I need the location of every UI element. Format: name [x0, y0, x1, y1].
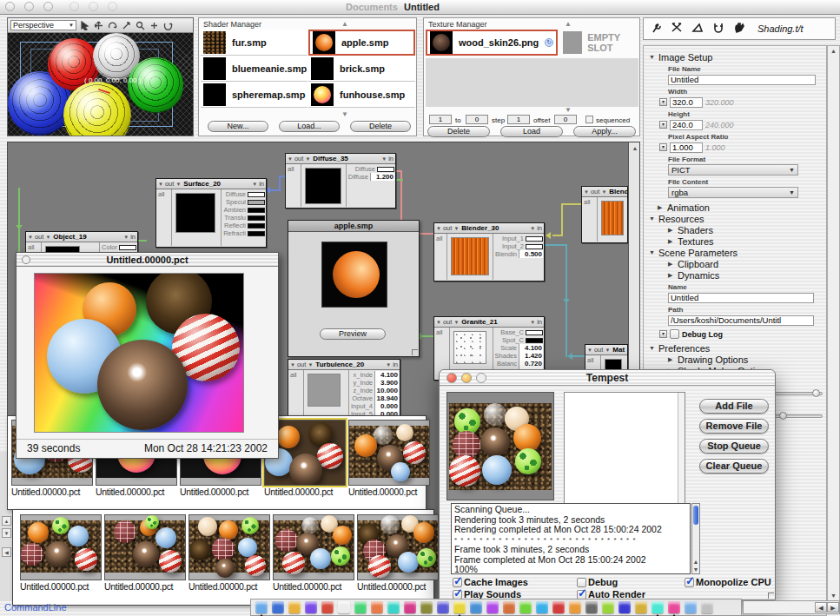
dock-icon[interactable] — [585, 601, 598, 613]
scroll-down-icon[interactable]: ▼ — [692, 566, 699, 573]
section-clipboard[interactable]: ▶Clipboard — [668, 258, 823, 269]
dock-icon[interactable] — [602, 601, 614, 613]
dock-icon[interactable] — [503, 601, 515, 613]
image-browser-window[interactable]: Untitled.00000.pct Untitled.00000.pct Un… — [12, 509, 434, 606]
close-button[interactable] — [5, 2, 15, 11]
thumbnail-image[interactable] — [104, 514, 186, 580]
thumbnail-image[interactable] — [273, 514, 354, 580]
animate-toggle-icon[interactable]: ▾ — [659, 143, 667, 151]
section-dynamics[interactable]: ▶Dynamics — [668, 269, 823, 281]
window-titlebar[interactable]: Documents Untitled — [0, 0, 840, 15]
dock-icon[interactable] — [668, 601, 680, 613]
section-shaders[interactable]: ▶Shaders — [668, 224, 823, 235]
minimize-button[interactable] — [24, 2, 34, 11]
range-from-field[interactable] — [429, 115, 452, 124]
dock[interactable] — [250, 599, 742, 616]
dock-icon[interactable] — [371, 601, 383, 613]
close-icon[interactable] — [446, 373, 457, 383]
dock-icon[interactable] — [651, 601, 664, 613]
resize-grip[interactable] — [412, 349, 418, 355]
pan-icon[interactable] — [149, 20, 160, 31]
window-titlebar[interactable]: Tempest — [440, 370, 775, 386]
delete-button[interactable]: Delete — [427, 126, 490, 137]
render-result-window[interactable]: Untitled.00000.pct 39 seconds Mon Oct 28… — [16, 252, 279, 459]
delete-button[interactable]: Delete — [350, 121, 411, 132]
section-animation[interactable]: ▶Animation — [658, 202, 823, 213]
dock-icon[interactable] — [536, 601, 548, 613]
select-cursor-icon[interactable] — [79, 20, 90, 31]
height-field[interactable] — [670, 120, 703, 130]
dock-icon[interactable] — [288, 601, 301, 613]
shader-item[interactable]: funhouse.smp — [308, 82, 415, 108]
thumbnail-image[interactable] — [20, 514, 102, 580]
pixel-aspect-field[interactable] — [670, 142, 703, 153]
glove-icon[interactable] — [733, 21, 746, 37]
dock-icon[interactable] — [569, 601, 581, 613]
close-icon[interactable] — [22, 255, 30, 264]
inspector-scrollbar[interactable]: ▲ ▼ — [827, 45, 840, 601]
dock-icon[interactable] — [437, 601, 449, 613]
monopolize-cpu-checkbox[interactable]: ✓ — [685, 578, 694, 587]
load-button[interactable]: Load — [500, 126, 563, 137]
scroll-up-icon[interactable]: ▲ — [565, 20, 572, 28]
thumbnail-image[interactable] — [189, 514, 270, 580]
dock-icon[interactable] — [354, 601, 367, 613]
scroll-up-icon[interactable]: ▲ — [2, 516, 11, 526]
animate-toggle-icon[interactable]: ▾ — [659, 330, 667, 338]
reload-icon[interactable]: ↻ — [545, 38, 553, 47]
add-file-button[interactable]: Add File — [699, 399, 769, 414]
shader-item[interactable]: spheremap.smp — [201, 82, 308, 108]
dock-icon[interactable] — [453, 601, 466, 613]
shader-item[interactable]: fur.smp — [201, 30, 308, 56]
debug-log-checkbox[interactable] — [670, 329, 679, 339]
scroll-down-icon[interactable]: ▼ — [341, 110, 348, 118]
camera-select[interactable]: Perspective▼ — [10, 20, 76, 30]
scroll-up-icon[interactable]: ▲ — [692, 559, 699, 565]
log-scrollbar[interactable]: ▲▼ — [691, 503, 700, 574]
clear-queue-button[interactable]: Clear Queue — [699, 459, 769, 474]
file-format-select[interactable]: PICT▼ — [668, 164, 798, 176]
dock-icon[interactable] — [305, 601, 317, 613]
section-resources[interactable]: ▼Resources — [649, 213, 823, 224]
viewport-3d-view[interactable]: ( 0.00, 0.00, 0.00 ) — [8, 33, 193, 136]
dock-icon[interactable] — [255, 601, 268, 613]
dock-icon[interactable] — [701, 601, 713, 613]
new-button[interactable]: New... — [208, 121, 268, 132]
dock-icon[interactable] — [404, 601, 416, 613]
move-icon[interactable] — [93, 20, 104, 31]
tempest-window[interactable]: Tempest Add File Remove File Stop Queue … — [439, 369, 776, 600]
command-line-link[interactable]: CommandLine — [4, 602, 67, 613]
green-sphere[interactable] — [128, 57, 183, 113]
texture-empty-slot[interactable]: EMPTY SLOT — [563, 31, 639, 54]
section-drawing-options[interactable]: ▶Drawing Options — [668, 354, 823, 365]
scale-icon[interactable] — [121, 20, 132, 31]
pick-tool-icon[interactable] — [650, 21, 663, 37]
node-blend-partial[interactable]: ▼out▼Blend all — [581, 186, 628, 243]
horizontal-scrollbar[interactable]: ◀ ▶ — [743, 600, 840, 614]
thumbnail-image[interactable] — [357, 514, 439, 580]
dock-icon[interactable] — [519, 601, 532, 613]
section-preferences[interactable]: ▼Preferences — [649, 342, 823, 354]
apply-button[interactable]: Apply... — [573, 126, 636, 137]
dock-icon[interactable] — [486, 601, 499, 613]
texture-item-selected[interactable]: wood_skin26.png ↻ — [426, 30, 558, 56]
dock-icon[interactable] — [321, 601, 334, 613]
dock-icon[interactable] — [552, 601, 565, 613]
dock-icon[interactable] — [272, 601, 284, 613]
shader-item-selected[interactable]: apple.smp — [308, 30, 415, 56]
node-surface[interactable]: ▼out▼Surface_20▼in all Diffuse Specul Am… — [155, 178, 267, 248]
dock-icon[interactable] — [387, 601, 400, 613]
scroll-up-icon[interactable]: ▲ — [341, 20, 348, 28]
width-field[interactable] — [670, 97, 703, 108]
scene-name-field[interactable] — [668, 293, 814, 303]
section-image-setup[interactable]: ▼Image Setup — [649, 51, 823, 63]
hammer-tools-icon[interactable] — [671, 21, 684, 37]
dock-icon[interactable] — [420, 601, 433, 613]
file-name-field[interactable] — [668, 75, 816, 85]
render-log[interactable]: Scanning Queue... Rendering took 3 minut… — [451, 503, 691, 574]
section-textures[interactable]: ▶Textures — [668, 235, 823, 247]
scroll-up-icon[interactable]: ▲ — [629, 145, 640, 151]
scroll-left-icon[interactable]: ◀ — [2, 547, 11, 557]
shader-preview-window[interactable]: apple.smp Preview — [288, 220, 420, 357]
orbit-icon[interactable] — [162, 20, 174, 31]
